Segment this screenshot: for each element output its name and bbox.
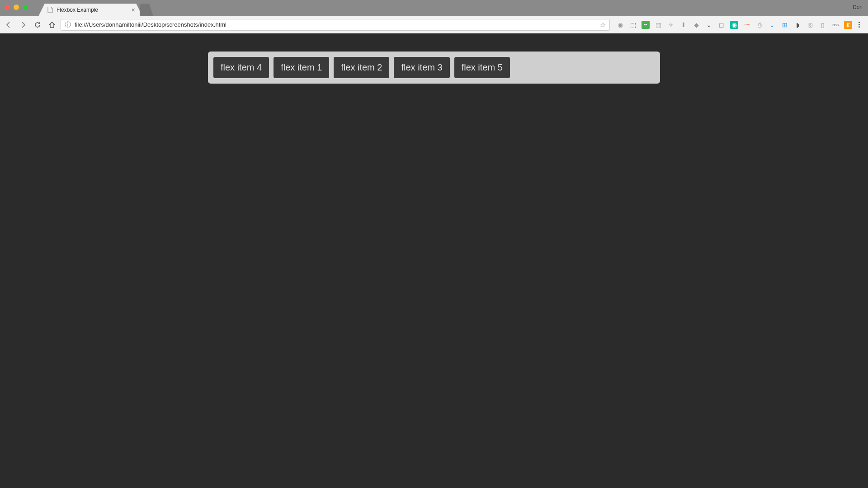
extension-icon-2[interactable]: ⬚ <box>629 21 637 29</box>
extension-icon-9[interactable]: ◻ <box>717 21 726 29</box>
browser-menu-button[interactable] <box>857 22 862 28</box>
extensions-tray: ◉ ⬚ •• ▦ ✧ ⬇ ◆ ⌄ ◻ ◉ 〰 ⎙ ⌄ ⊞ ◗ ◎ ▯ css ◧ <box>614 21 863 29</box>
site-info-icon[interactable]: ⓘ <box>65 21 71 29</box>
home-button[interactable] <box>48 21 56 29</box>
extension-icon-1[interactable]: ◉ <box>616 21 624 29</box>
user-profile-label[interactable]: Don <box>853 4 863 10</box>
browser-tab-active[interactable]: Flexbox Example × <box>38 4 142 16</box>
extension-icon-6[interactable]: ⬇ <box>679 21 688 29</box>
flex-item: flex item 1 <box>274 57 329 78</box>
extension-icon-12[interactable]: ⎙ <box>755 21 764 29</box>
flex-container: flex item 4 flex item 1 flex item 2 flex… <box>208 52 660 84</box>
extension-icon-css[interactable]: css <box>831 21 840 29</box>
window-controls <box>5 5 28 10</box>
browser-tab-bar: Flexbox Example × Don <box>0 0 868 16</box>
window-close-button[interactable] <box>5 5 10 10</box>
extension-icon-4[interactable]: ▦ <box>654 21 662 29</box>
browser-toolbar: ⓘ file:///Users/donhamiltoniii/Desktop/s… <box>0 16 868 33</box>
flex-item: flex item 4 <box>213 57 269 78</box>
forward-button[interactable] <box>19 21 27 29</box>
reload-button[interactable] <box>33 21 42 29</box>
extension-icon-17[interactable]: ▯ <box>819 21 827 29</box>
url-text: file:///Users/donhamiltoniii/Desktop/scr… <box>75 21 226 28</box>
extension-icon-5[interactable]: ✧ <box>667 21 675 29</box>
window-minimize-button[interactable] <box>14 5 19 10</box>
address-input[interactable]: ⓘ file:///Users/donhamiltoniii/Desktop/s… <box>61 19 610 31</box>
extension-icon-pocket[interactable]: ⌄ <box>705 21 713 29</box>
new-tab-hint[interactable] <box>140 4 153 16</box>
extension-icon-3[interactable]: •• <box>642 21 650 29</box>
extension-icon-15[interactable]: ◗ <box>793 21 802 29</box>
tab-title: Flexbox Example <box>57 7 98 13</box>
back-button[interactable] <box>5 21 13 29</box>
page-viewport: flex item 4 flex item 1 flex item 2 flex… <box>0 33 868 488</box>
tabs-container: Flexbox Example × <box>38 0 153 16</box>
flex-item: flex item 5 <box>454 57 510 78</box>
bookmark-star-icon[interactable]: ☆ <box>600 21 606 29</box>
tab-close-button[interactable]: × <box>132 6 135 14</box>
extension-icon-16[interactable]: ◎ <box>806 21 814 29</box>
flex-item: flex item 2 <box>334 57 389 78</box>
window-maximize-button[interactable] <box>23 5 28 10</box>
nav-buttons <box>5 21 56 29</box>
extension-icon-7[interactable]: ◆ <box>692 21 700 29</box>
extension-icon-grammarly[interactable]: ◉ <box>730 21 738 29</box>
extension-icon-11[interactable]: 〰 <box>743 21 751 29</box>
file-icon <box>47 6 54 14</box>
flex-item: flex item 3 <box>394 57 449 78</box>
extension-icon-14[interactable]: ⊞ <box>781 21 789 29</box>
extension-icon-19[interactable]: ◧ <box>844 21 852 29</box>
extension-icon-13[interactable]: ⌄ <box>768 21 776 29</box>
